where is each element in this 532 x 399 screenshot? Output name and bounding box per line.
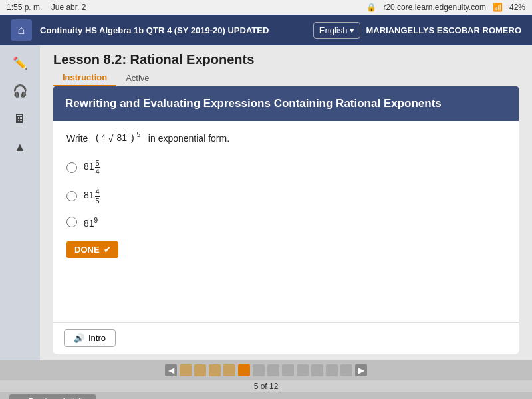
done-button[interactable]: DONE ✔ [66,241,118,258]
page-dot-6[interactable] [253,364,265,376]
status-time-date: 1:55 p. m. Jue abr. 2 [7,3,86,12]
page-dot-8[interactable] [282,364,294,376]
bottom-nav: ◀ Previous Activity [0,392,532,399]
pencil-tool-button[interactable]: ✏️ [5,51,35,76]
lesson-card: Rewriting and Evaluating Expressions Con… [53,86,519,354]
chevron-down-icon: ▾ [350,25,354,35]
option-2-row: 8145 [66,188,505,204]
status-right: 🔒 r20.core.learn.edgenuity.com 📶 42% [366,3,525,12]
home-icon: ⌂ [18,23,25,37]
next-page-button[interactable]: ▶ [355,364,367,376]
lock-icon: 🔒 [366,3,376,12]
audio-button[interactable]: 🎧 [5,78,35,104]
page-dot-11[interactable] [326,364,338,376]
option-1-label: 8154 [84,159,100,176]
main-area: ✏️ 🎧 🖩 ▲ Lesson 8.2: Rational Exponents … [0,45,532,360]
top-nav-left: ⌂ Continuity HS Algebra 1b QTR 4 (SY 201… [11,19,269,41]
page-dot-12[interactable] [340,364,352,376]
page-count-label: 5 of 12 [0,380,532,392]
option-1-row: 8154 [66,159,505,176]
option-2-label: 8145 [84,188,100,204]
page-dot-2[interactable] [194,364,206,376]
speaker-icon: 🔊 [74,333,84,343]
page-dot-7[interactable] [267,364,279,376]
checkmark-icon: ✔ [104,245,110,255]
language-selector[interactable]: English ▾ [313,22,361,39]
progress-bar: ◀ ▶ [0,360,532,380]
scroll-up-button[interactable]: ▲ [5,134,35,160]
option-3-radio[interactable] [66,217,77,227]
tab-bar: Instruction Active [53,70,519,86]
top-nav: ⌂ Continuity HS Algebra 1b QTR 4 (SY 201… [0,15,532,45]
card-header: Rewriting and Evaluating Expressions Con… [53,86,519,121]
page-dot-3[interactable] [209,364,221,376]
status-bar: 1:55 p. m. Jue abr. 2 🔒 r20.core.learn.e… [0,0,532,15]
page-dot-10[interactable] [311,364,323,376]
option-1-radio[interactable] [66,162,77,173]
wifi-icon: 📶 [493,3,503,12]
sidebar: ✏️ 🎧 🖩 ▲ [0,45,40,360]
tab-active[interactable]: Active [116,70,158,86]
content-panel: Lesson 8.2: Rational Exponents Instructi… [40,45,532,360]
card-body: Write ( 4 √ 81 ) 5 in exponenti [53,121,519,322]
course-title: Continuity HS Algebra 1b QTR 4 (SY 2019-… [40,25,269,35]
lesson-title: Lesson 8.2: Rational Exponents [53,52,519,67]
page-dot-5[interactable] [238,364,250,376]
math-expression: ( 4 √ 81 ) 5 [96,132,143,143]
tab-instruction[interactable]: Instruction [53,70,116,86]
page-dot-1[interactable] [180,364,192,376]
option-3-row: 819 [66,217,505,229]
question-text: Write ( 4 √ 81 ) 5 in exponenti [66,132,505,144]
calculator-button[interactable]: 🖩 [5,106,35,132]
user-name: MARIANGELLYS ESCOBAR ROMERO [366,25,521,35]
option-3-label: 819 [84,217,98,229]
home-button[interactable]: ⌂ [11,19,32,41]
previous-activity-button[interactable]: ◀ Previous Activity [9,394,96,399]
page-dot-9[interactable] [297,364,309,376]
card-footer: 🔊 Intro [53,322,519,354]
page-dot-4[interactable] [223,364,235,376]
prev-page-button[interactable]: ◀ [165,364,177,376]
top-nav-right: English ▾ MARIANGELLYS ESCOBAR ROMERO [313,22,521,39]
intro-button[interactable]: 🔊 Intro [64,329,116,347]
option-2-radio[interactable] [66,191,77,201]
